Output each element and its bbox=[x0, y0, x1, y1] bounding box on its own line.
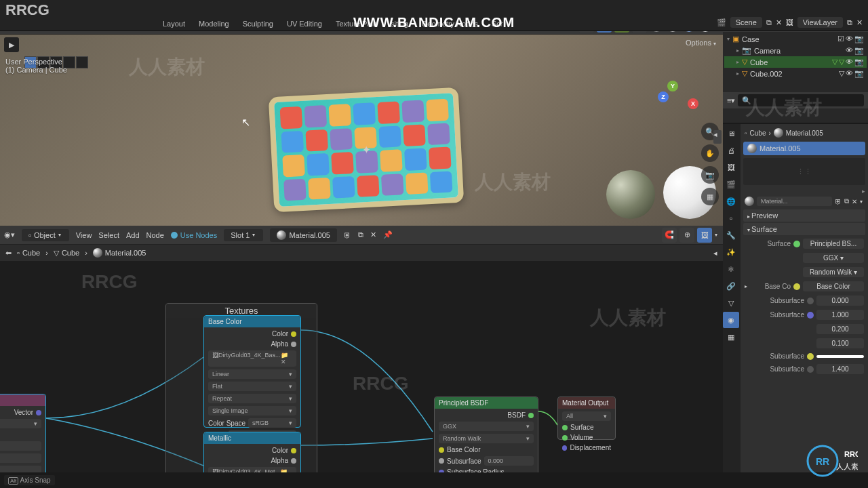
material-selector[interactable]: Material.005 bbox=[270, 228, 337, 242]
subsurface-field[interactable]: 0.000 bbox=[816, 296, 864, 306]
slot-dropdown[interactable]: Slot 1▾ bbox=[224, 229, 263, 241]
panel-preview[interactable]: ▸Preview bbox=[743, 209, 865, 222]
tab-layout[interactable]: Layout bbox=[163, 20, 185, 28]
node-mapping[interactable]: Mapping Vector pe:Point▾ ector: X0 m Y0 … bbox=[0, 394, 46, 472]
object-icon: ▫ bbox=[28, 231, 31, 239]
tree-row-cube002[interactable]: ▸▽ Cube.002 ▽👁📷 bbox=[724, 68, 867, 79]
viewport-options[interactable]: Options ▾ bbox=[686, 39, 717, 47]
scene-selector[interactable]: Scene bbox=[730, 17, 762, 28]
close-icon[interactable]: ✕ bbox=[852, 198, 857, 205]
copy-icon[interactable]: ⧉ bbox=[844, 197, 849, 205]
ptab-object[interactable]: ▫ bbox=[723, 210, 739, 226]
snap-icon[interactable]: 🧲 bbox=[662, 228, 677, 243]
outliner: ≡▾ 🔍 ▽ ▾▣ Case ☑👁📷 ▸📷 Camera 👁📷 ▸▽ Cube … bbox=[723, 16, 868, 124]
menu-add[interactable]: Add bbox=[126, 231, 140, 239]
3d-cursor-icon: ✦ bbox=[361, 143, 371, 157]
material-name-field[interactable]: Material... bbox=[757, 197, 832, 206]
select-mode-intersect[interactable] bbox=[76, 56, 88, 68]
ptab-scene[interactable]: 🎬 bbox=[723, 176, 739, 192]
node-breadcrumb: ⬅ ▫Cube › ▽Cube › Material.005 ◂ bbox=[0, 245, 723, 261]
node-texture-metallic[interactable]: Metallic Color Alpha 🖼DirtyGold03_4K_Met… bbox=[203, 432, 301, 472]
ptab-output[interactable]: 🖨 bbox=[723, 142, 739, 159]
copy-icon[interactable]: ⧉ bbox=[847, 18, 852, 27]
ptab-texture[interactable]: ▦ bbox=[723, 329, 739, 345]
nav-gizmo[interactable]: X Y Z bbox=[651, 71, 698, 119]
gizmo-y[interactable]: Y bbox=[667, 81, 678, 92]
back-icon[interactable]: ⬅ bbox=[5, 249, 12, 258]
ptab-constraints[interactable]: 🔗 bbox=[723, 278, 739, 294]
panel-surface[interactable]: ▾Surface bbox=[743, 223, 865, 235]
use-nodes-toggle[interactable]: Use Nodes bbox=[171, 231, 217, 239]
bc-material[interactable]: Material.005 bbox=[93, 248, 146, 258]
tab-modeling[interactable]: Modeling bbox=[199, 20, 229, 28]
shield-icon[interactable]: ⛨ bbox=[344, 231, 351, 239]
subsurface-g[interactable]: 0.200 bbox=[816, 324, 864, 334]
node-principled-bsdf[interactable]: Principled BSDF BSDF GGX▾ Random Walk▾ B… bbox=[434, 396, 538, 472]
perspective-icon[interactable]: ▦ bbox=[701, 188, 719, 205]
viewlayer-selector[interactable]: ViewLayer bbox=[797, 17, 843, 28]
close-icon[interactable]: ✕ bbox=[776, 18, 782, 27]
material-slot[interactable]: Material.005 bbox=[743, 142, 865, 155]
pin-icon[interactable]: 📌 bbox=[383, 230, 393, 239]
menu-select[interactable]: Select bbox=[98, 231, 119, 239]
search-input[interactable]: 🔍 bbox=[738, 94, 864, 106]
ptab-data[interactable]: ▽ bbox=[723, 295, 739, 311]
menu-view[interactable]: View bbox=[76, 231, 92, 239]
pan-icon[interactable]: ✋ bbox=[701, 144, 719, 162]
phone-object[interactable]: ✦ bbox=[269, 87, 465, 212]
tab-uvediting[interactable]: UV Editing bbox=[287, 20, 322, 28]
camera-view-icon[interactable]: 📷 bbox=[701, 166, 719, 184]
gizmo-z[interactable]: Z bbox=[658, 92, 669, 102]
bc-mesh[interactable]: ▽Cube bbox=[54, 249, 79, 258]
material-ball-icon bbox=[93, 248, 102, 258]
node-type-dropdown[interactable]: ▫ Object▾ bbox=[22, 229, 69, 241]
mouse-cursor-icon: ↖ bbox=[241, 116, 250, 129]
tool-cursor-icon[interactable]: ▶ bbox=[4, 37, 19, 52]
material-sphere-1[interactable] bbox=[606, 170, 655, 219]
menu-node[interactable]: Node bbox=[146, 231, 164, 239]
ptab-material[interactable]: ◉ bbox=[723, 312, 739, 328]
basecolor-field[interactable]: Base Color bbox=[803, 281, 864, 291]
tree-row-camera[interactable]: ▸📷 Camera 👁📷 bbox=[724, 45, 867, 56]
backdrop-icon[interactable]: 🖼 bbox=[697, 228, 712, 243]
camera-icon: 📷 bbox=[742, 46, 751, 55]
subsurface-r[interactable]: 1.000 bbox=[816, 310, 864, 320]
tab-sculpting[interactable]: Sculpting bbox=[243, 20, 273, 28]
close-icon[interactable]: ✕ bbox=[370, 230, 376, 239]
viewlayer-icon: 🖼 bbox=[786, 18, 793, 26]
node-header[interactable]: Mapping bbox=[0, 394, 45, 406]
ptab-physics[interactable]: ⚛ bbox=[723, 261, 739, 277]
subsurface-b[interactable]: 0.100 bbox=[816, 338, 864, 348]
sss-dropdown[interactable]: Random Walk ▾ bbox=[803, 267, 864, 277]
copy-icon[interactable]: ⧉ bbox=[358, 230, 363, 239]
material-list[interactable]: ⋮⋮ bbox=[743, 158, 865, 185]
mesh-icon: ▽ bbox=[54, 249, 59, 258]
node-canvas[interactable]: Mapping Vector pe:Point▾ ector: X0 m Y0 … bbox=[0, 296, 723, 472]
copy-icon[interactable]: ⧉ bbox=[766, 18, 772, 27]
collection-icon: ▣ bbox=[732, 35, 739, 43]
ptab-viewlayer[interactable]: 🖼 bbox=[723, 159, 739, 176]
region-toggle[interactable]: ◂ bbox=[713, 130, 722, 144]
ptab-render[interactable]: 🖥 bbox=[723, 125, 739, 142]
region-toggle-icon[interactable]: ◂ bbox=[713, 249, 717, 258]
ptab-particles[interactable]: ✨ bbox=[723, 244, 739, 260]
surface-shader-dropdown[interactable]: Principled BS... bbox=[803, 239, 864, 249]
ptab-world[interactable]: 🌐 bbox=[723, 193, 739, 209]
collection-row[interactable]: ▾▣ Case ☑👁📷 bbox=[724, 33, 867, 45]
ptab-modifiers[interactable]: 🔧 bbox=[723, 227, 739, 243]
subsurface-ior[interactable]: 1.400 bbox=[816, 364, 864, 374]
3d-viewport[interactable]: ▶ User Perspective (1) Camera | Cube Opt… bbox=[0, 35, 723, 226]
tree-row-cube[interactable]: ▸▽ Cube ▽▽👁📷 bbox=[724, 56, 867, 68]
close-icon[interactable]: ✕ bbox=[856, 18, 863, 27]
editor-type-icon[interactable]: ◉▾ bbox=[4, 230, 15, 239]
node-texture-basecolor[interactable]: Base Color Color Alpha 🖼DirtyGold03_4K_B… bbox=[203, 315, 301, 428]
node-material-output[interactable]: Material Output All▾ Surface Volume Disp… bbox=[557, 396, 616, 440]
subsurface-color[interactable] bbox=[816, 355, 864, 358]
editor-type-icon[interactable]: ≡▾ bbox=[727, 96, 735, 105]
props-breadcrumb: ▫Cube › Material.005 bbox=[743, 127, 865, 139]
shield-icon[interactable]: ⛨ bbox=[835, 198, 842, 205]
gizmo-x[interactable]: X bbox=[688, 98, 698, 109]
bc-object[interactable]: ▫Cube bbox=[17, 249, 40, 257]
dist-dropdown[interactable]: GGX ▾ bbox=[803, 253, 864, 263]
overlay-icon[interactable]: ⊕ bbox=[679, 228, 694, 243]
